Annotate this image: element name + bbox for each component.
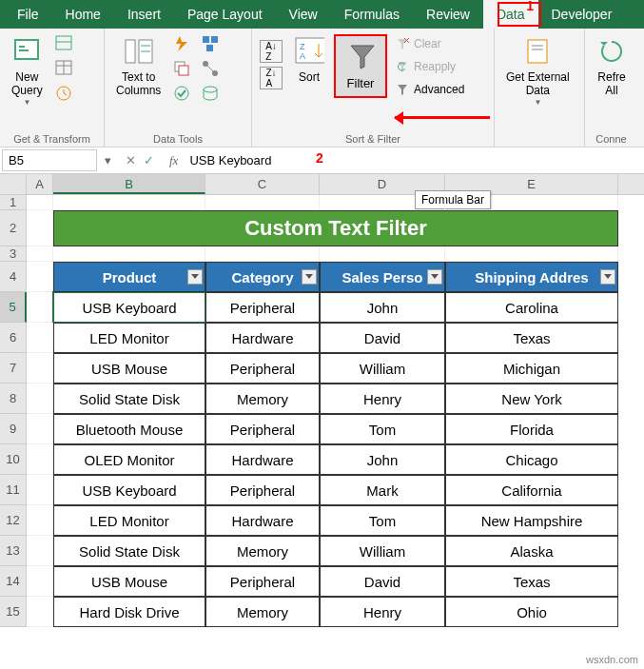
table-cell[interactable]: Memory [205, 597, 320, 627]
cell[interactable] [27, 262, 53, 292]
cell[interactable] [27, 323, 53, 353]
cell[interactable] [53, 246, 205, 262]
table-cell[interactable]: David [320, 566, 445, 597]
table-cell[interactable]: Bluetooth Mouse [53, 414, 205, 444]
cell[interactable] [27, 597, 53, 627]
table-cell[interactable]: Carolina [445, 292, 618, 323]
table-cell[interactable]: Tom [320, 414, 445, 444]
table-cell[interactable]: Florida [445, 414, 618, 444]
table-cell[interactable]: Peripheral [205, 353, 320, 384]
refresh-all-button[interactable]: Refre All [591, 32, 633, 102]
cell[interactable] [320, 195, 445, 210]
row-header[interactable]: 15 [0, 597, 27, 627]
table-cell[interactable]: Peripheral [205, 292, 320, 323]
filter-dropdown-button[interactable] [187, 269, 203, 285]
row-header[interactable]: 10 [0, 444, 27, 475]
table-cell[interactable]: Solid State Disk [53, 384, 205, 414]
new-query-button[interactable]: New Query ▼ [6, 32, 49, 110]
table-cell[interactable]: USB Mouse [53, 353, 205, 384]
row-header[interactable]: 4 [0, 262, 27, 292]
row-header[interactable]: 14 [0, 566, 27, 597]
table-cell[interactable]: OLED Monitor [53, 444, 205, 475]
table-cell[interactable]: Peripheral [205, 414, 320, 444]
tab-developer[interactable]: Developer [538, 0, 626, 29]
table-cell[interactable]: Memory [205, 384, 320, 414]
row-header[interactable]: 2 [0, 210, 27, 246]
row-header[interactable]: 3 [0, 246, 27, 262]
cell[interactable] [27, 444, 53, 475]
name-box[interactable] [2, 149, 97, 171]
table-cell[interactable]: Texas [445, 323, 618, 353]
table-cell[interactable]: Chicago [445, 444, 618, 475]
tab-formulas[interactable]: Formulas [331, 0, 413, 29]
table-cell[interactable]: Ohio [445, 597, 618, 627]
tab-insert[interactable]: Insert [114, 0, 174, 29]
table-cell[interactable]: Henry [320, 384, 445, 414]
select-all-corner[interactable] [0, 174, 27, 194]
row-header[interactable]: 6 [0, 323, 27, 353]
relationships-icon[interactable] [201, 59, 222, 80]
table-cell[interactable]: Hardware [205, 444, 320, 475]
cell[interactable] [27, 246, 53, 262]
table-cell[interactable]: New York [445, 384, 618, 414]
cell[interactable] [27, 210, 53, 246]
table-cell[interactable]: USB Keyboard [53, 475, 205, 505]
manage-data-model-icon[interactable] [201, 84, 222, 105]
formula-input[interactable] [184, 150, 644, 170]
table-cell[interactable]: New Hampshire [445, 505, 618, 536]
table-cell[interactable]: Peripheral [205, 475, 320, 505]
table-cell[interactable]: USB Keyboard [53, 292, 205, 323]
consolidate-icon[interactable] [201, 34, 222, 55]
table-cell[interactable]: Tom [320, 505, 445, 536]
row-header[interactable]: 5 [0, 292, 27, 323]
table-cell[interactable]: Hard Disk Drive [53, 597, 205, 627]
col-header-c[interactable]: C [205, 174, 320, 194]
sort-ascending-button[interactable]: A↓Z [260, 40, 283, 63]
table-cell[interactable]: Hardware [205, 505, 320, 536]
cell[interactable] [27, 566, 53, 597]
cell[interactable] [205, 246, 320, 262]
sort-button[interactable]: ZA Sort [288, 32, 330, 88]
text-to-columns-button[interactable]: Text to Columns [110, 32, 166, 102]
row-header[interactable]: 9 [0, 414, 27, 444]
row-header[interactable]: 7 [0, 353, 27, 384]
advanced-filter-button[interactable]: Advanced [395, 82, 464, 97]
flash-fill-icon[interactable] [172, 34, 193, 55]
table-cell[interactable]: Peripheral [205, 566, 320, 597]
table-cell[interactable]: California [445, 475, 618, 505]
cell[interactable] [320, 246, 445, 262]
table-title[interactable]: Custom Text Filter [53, 210, 618, 246]
table-cell[interactable]: Memory [205, 536, 320, 566]
col-header-a[interactable]: A [27, 174, 53, 194]
table-cell[interactable]: Mark [320, 475, 445, 505]
table-cell[interactable]: Texas [445, 566, 618, 597]
tab-file[interactable]: File [4, 0, 52, 29]
remove-duplicates-icon[interactable] [172, 59, 193, 80]
row-header[interactable]: 8 [0, 384, 27, 414]
get-external-data-button[interactable]: Get External Data ▼ [500, 32, 576, 110]
cancel-formula-icon[interactable]: ✕ [126, 153, 136, 167]
filter-dropdown-button[interactable] [427, 269, 442, 285]
table-cell[interactable]: William [320, 353, 445, 384]
cell[interactable] [53, 195, 205, 210]
cell[interactable] [27, 195, 53, 210]
row-header[interactable]: 1 [0, 195, 27, 210]
table-header-cell[interactable]: Sales Perso [320, 262, 445, 292]
tab-page-layout[interactable]: Page Layout [174, 0, 276, 29]
table-cell[interactable]: William [320, 536, 445, 566]
table-cell[interactable]: David [320, 323, 445, 353]
table-header-cell[interactable]: Category [205, 262, 320, 292]
cell[interactable] [27, 505, 53, 536]
name-box-dropdown[interactable]: ▾ [99, 153, 116, 167]
tab-home[interactable]: Home [52, 0, 114, 29]
table-cell[interactable]: LED Monitor [53, 323, 205, 353]
table-cell[interactable]: John [320, 444, 445, 475]
col-header-b[interactable]: B [53, 174, 205, 194]
data-validation-icon[interactable] [172, 84, 193, 105]
table-cell[interactable]: Michigan [445, 353, 618, 384]
tab-view[interactable]: View [276, 0, 331, 29]
table-header-cell[interactable]: Product [53, 262, 205, 292]
confirm-formula-icon[interactable]: ✓ [144, 153, 154, 167]
table-cell[interactable]: Solid State Disk [53, 536, 205, 566]
show-queries-icon[interactable] [54, 34, 75, 55]
